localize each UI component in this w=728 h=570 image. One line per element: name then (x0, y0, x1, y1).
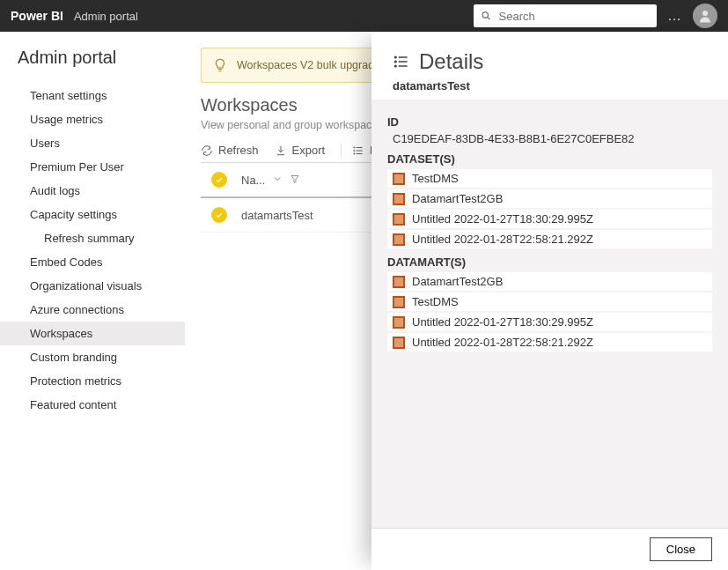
datasets-label: DATASET(S) (387, 152, 712, 166)
dataset-item[interactable]: DatamartTest2GB (387, 189, 712, 208)
sort-chevron-icon[interactable] (272, 174, 283, 187)
export-button[interactable]: Export (275, 144, 326, 157)
asset-name: DatamartTest2GB (412, 192, 503, 205)
nav-item-embed-codes[interactable]: Embed Codes (0, 250, 185, 274)
app-brand: Power BI (11, 9, 63, 23)
breadcrumb: Admin portal (74, 10, 138, 23)
nav-item-custom-branding[interactable]: Custom branding (0, 345, 185, 369)
asset-name: Untitled 2022-01-27T18:30:29.995Z (412, 315, 593, 329)
svg-point-8 (354, 152, 355, 153)
datamart-item[interactable]: DatamartTest2GB (387, 272, 712, 291)
id-label: ID (387, 115, 712, 129)
dataset-icon (393, 173, 405, 185)
dataset-icon (393, 337, 405, 349)
lightbulb-icon (212, 57, 228, 73)
user-avatar[interactable] (693, 4, 717, 28)
search-icon (481, 10, 492, 22)
datamart-item[interactable]: TestDMS (387, 292, 712, 311)
datamart-item[interactable]: Untitled 2022-01-28T22:58:21.292Z (387, 333, 712, 352)
dataset-icon (393, 276, 405, 288)
nav-item-premium-per-user[interactable]: Premium Per User (0, 155, 185, 179)
topbar: Power BI Admin portal … (0, 0, 728, 32)
download-icon (275, 144, 287, 157)
dataset-icon (393, 296, 405, 308)
asset-name: Untitled 2022-01-28T22:58:21.292Z (412, 336, 593, 349)
nav-item-organizational-visuals[interactable]: Organizational visuals (0, 274, 185, 298)
nav-item-featured-content[interactable]: Featured content (0, 393, 185, 417)
details-list-icon (393, 53, 410, 70)
dataset-item[interactable]: Untitled 2022-01-28T22:58:21.292Z (387, 230, 712, 248)
overflow-menu-icon[interactable]: … (667, 8, 682, 24)
asset-name: TestDMS (412, 172, 459, 185)
search-input[interactable] (497, 9, 650, 24)
close-button[interactable]: Close (650, 537, 712, 561)
nav-item-refresh-summary[interactable]: Refresh summary (0, 226, 185, 250)
nav-item-usage-metrics[interactable]: Usage metrics (0, 107, 185, 131)
list-icon (352, 144, 364, 157)
nav-item-protection-metrics[interactable]: Protection metrics (0, 369, 185, 393)
id-value: C19EDEAF-83DB-4E33-B8B1-6E27C0EFBE82 (393, 132, 712, 145)
dataset-icon (393, 316, 405, 329)
svg-point-0 (482, 12, 488, 18)
nav-item-audit-logs[interactable]: Audit logs (0, 179, 185, 203)
dataset-icon (393, 233, 405, 246)
details-subtitle: datamartsTest (393, 79, 707, 93)
svg-point-2 (702, 11, 708, 16)
svg-point-13 (395, 61, 397, 63)
refresh-icon (201, 144, 213, 157)
datamart-item[interactable]: Untitled 2022-01-27T18:30:29.995Z (387, 313, 712, 331)
asset-name: Untitled 2022-01-28T22:58:21.292Z (412, 233, 593, 246)
datamarts-label: DATAMART(S) (387, 255, 712, 269)
asset-name: Untitled 2022-01-27T18:30:29.995Z (412, 212, 593, 226)
column-name-header[interactable]: Na... (241, 174, 265, 187)
dataset-item[interactable]: Untitled 2022-01-27T18:30:29.995Z (387, 210, 712, 228)
svg-point-7 (354, 150, 355, 151)
row-name: datamartsTest (241, 209, 382, 222)
asset-name: DatamartTest2GB (412, 275, 503, 288)
svg-point-14 (395, 65, 397, 67)
details-title: Details (419, 49, 483, 74)
svg-point-6 (354, 146, 355, 147)
nav-item-azure-connections[interactable]: Azure connections (0, 298, 185, 322)
dataset-icon (393, 213, 405, 226)
global-search[interactable] (474, 4, 657, 27)
nav-item-workspaces[interactable]: Workspaces (0, 322, 185, 345)
page-title: Admin portal (18, 48, 185, 68)
refresh-button[interactable]: Refresh (201, 144, 259, 157)
status-ok-icon (211, 207, 227, 223)
dataset-item[interactable]: TestDMS (387, 169, 712, 188)
sidebar: Admin portal Tenant settingsUsage metric… (0, 32, 185, 570)
nav-item-capacity-settings[interactable]: Capacity settings (0, 203, 185, 226)
details-panel: Details datamartsTest ID C19EDEAF-83DB-4… (371, 32, 728, 570)
svg-point-12 (395, 56, 397, 58)
status-header-icon (211, 172, 227, 188)
asset-name: TestDMS (412, 295, 459, 308)
nav-item-users[interactable]: Users (0, 131, 185, 155)
nav-item-tenant-settings[interactable]: Tenant settings (0, 84, 185, 107)
dataset-icon (393, 193, 405, 205)
filter-icon[interactable] (290, 174, 300, 187)
svg-line-1 (488, 18, 490, 20)
